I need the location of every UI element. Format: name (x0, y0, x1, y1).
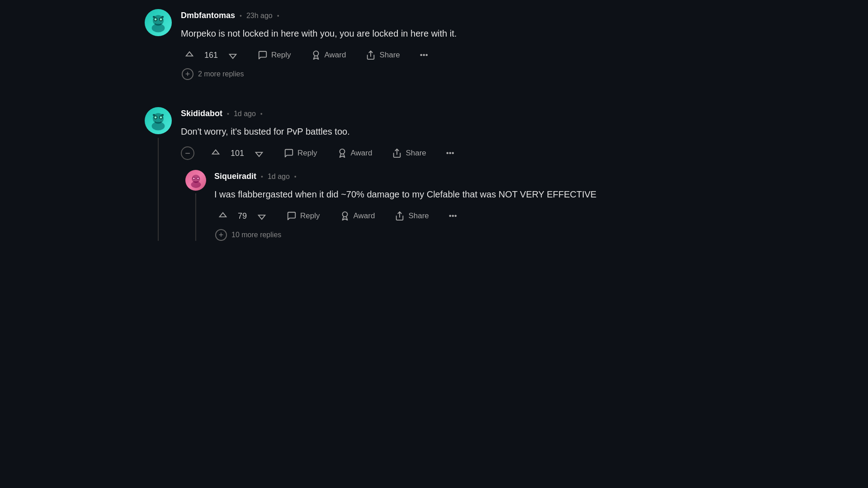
share-label: Share (406, 149, 426, 158)
upvote-count: 101 (231, 149, 244, 158)
more-button-2[interactable]: ••• (443, 147, 458, 160)
award-label: Award (354, 211, 375, 221)
action-bar: 161 Reply (181, 48, 723, 62)
comment-header: Dmbfantomas • 23h ago • (181, 11, 723, 20)
nested-more-replies-text: 10 more replies (231, 231, 281, 239)
downvote-icon (228, 50, 238, 60)
nested-username: Siqueiradit (214, 172, 256, 181)
comments-container: Dmbfantomas • 23h ago • Morpeko is not l… (118, 0, 750, 263)
svg-point-25 (191, 181, 201, 188)
svg-point-13 (155, 116, 157, 118)
share-button-2[interactable]: Share (388, 146, 429, 160)
nested-award-button[interactable]: Award (336, 209, 379, 223)
timestamp: 23h ago (246, 12, 273, 20)
award-button[interactable]: Award (307, 48, 350, 62)
share-icon (392, 148, 402, 158)
nested-more-button[interactable]: ••• (445, 210, 461, 222)
nested-downvote-button[interactable] (253, 209, 270, 223)
collapse-icon: − (185, 148, 190, 159)
svg-point-7 (152, 23, 165, 32)
avatar-icon-nested (188, 172, 204, 189)
award-icon (337, 148, 347, 158)
avatar (145, 107, 172, 134)
nested-share-button[interactable]: Share (391, 209, 432, 223)
share-button[interactable]: Share (362, 48, 403, 62)
nested-more-replies[interactable]: + 10 more replies (215, 229, 723, 241)
upvote-count: 161 (204, 51, 218, 60)
downvote-button[interactable] (250, 146, 268, 160)
svg-point-23 (193, 178, 195, 179)
nested-comment-header: Siqueiradit • 1d ago • (214, 172, 723, 181)
more-replies-text: 2 more replies (198, 70, 244, 78)
collapse-button[interactable]: − (181, 146, 194, 160)
nested-upvote-button[interactable] (214, 209, 231, 223)
award-button-2[interactable]: Award (334, 146, 376, 160)
upvote-button[interactable] (207, 146, 224, 160)
svg-rect-5 (153, 16, 155, 18)
comment-left-col (145, 9, 172, 80)
more-dots: ••• (420, 51, 428, 60)
avatar (145, 9, 172, 36)
upvote-icon (184, 50, 194, 60)
reply-label: Reply (297, 149, 317, 158)
reply-button-2[interactable]: Reply (280, 146, 321, 160)
more-dots: ••• (446, 149, 454, 158)
avatar-icon (147, 110, 169, 131)
upvote-icon (211, 148, 221, 158)
thread-line (158, 138, 159, 241)
share-icon (366, 50, 376, 60)
reply-icon (287, 211, 297, 221)
nested-comment-1: Siqueiradit • 1d ago • I was flabbergast… (185, 170, 723, 241)
downvote-button[interactable] (224, 48, 241, 62)
svg-point-8 (313, 51, 318, 56)
divider (145, 94, 723, 107)
svg-point-4 (160, 18, 162, 20)
svg-rect-6 (161, 16, 164, 18)
comment-1-content: Dmbfantomas • 23h ago • Morpeko is not l… (181, 9, 723, 80)
reply-button[interactable]: Reply (254, 48, 294, 62)
share-label: Share (408, 211, 429, 221)
award-label: Award (325, 51, 346, 60)
share-icon (395, 211, 405, 221)
expand-replies-icon: + (182, 68, 193, 80)
nested-comment-text: I was flabbergasted when it did ~70% dam… (214, 188, 723, 201)
nested-action-bar: 79 Reply (214, 209, 723, 223)
reply-icon (258, 50, 268, 60)
downvote-icon (257, 211, 267, 221)
award-icon (340, 211, 350, 221)
svg-point-3 (155, 18, 157, 20)
nested-vote-group: 79 (214, 209, 270, 223)
avatar-icon (147, 12, 169, 33)
share-label: Share (379, 51, 400, 60)
timestamp: 1d ago (234, 110, 256, 118)
vote-group: 161 (181, 48, 241, 62)
nested-upvote-count: 79 (238, 211, 247, 221)
reply-label: Reply (300, 211, 320, 221)
comment-text: Morpeko is not locked in here with you, … (181, 27, 723, 40)
svg-point-14 (160, 116, 162, 118)
reply-label: Reply (271, 51, 291, 60)
nested-timestamp: 1d ago (268, 173, 290, 181)
comment-header: Skididabot • 1d ago • (181, 109, 723, 118)
nested-reply-button[interactable]: Reply (283, 209, 323, 223)
upvote-icon (218, 211, 228, 221)
nested-comment-content: Siqueiradit • 1d ago • I was flabbergast… (214, 170, 723, 241)
action-bar-2: − 101 (181, 146, 723, 160)
comment-2: Skididabot • 1d ago • Don't worry, it's … (145, 107, 723, 241)
svg-point-26 (342, 212, 347, 217)
upvote-button[interactable] (181, 48, 198, 62)
more-button[interactable]: ••• (416, 49, 432, 61)
comment-1: Dmbfantomas • 23h ago • Morpeko is not l… (145, 9, 723, 80)
nested-thread-line (195, 193, 196, 241)
svg-point-17 (152, 122, 165, 130)
award-label: Award (351, 149, 373, 158)
downvote-icon (254, 148, 264, 158)
reply-icon (284, 148, 294, 158)
username: Skididabot (181, 109, 222, 118)
comment-text: Don't worry, it's busted for PvP battles… (181, 125, 723, 138)
username: Dmbfantomas (181, 11, 235, 20)
more-replies[interactable]: + 2 more replies (182, 68, 723, 80)
avatar-nested (185, 170, 206, 191)
expand-nested-replies-icon: + (215, 229, 227, 241)
more-dots: ••• (449, 211, 457, 221)
